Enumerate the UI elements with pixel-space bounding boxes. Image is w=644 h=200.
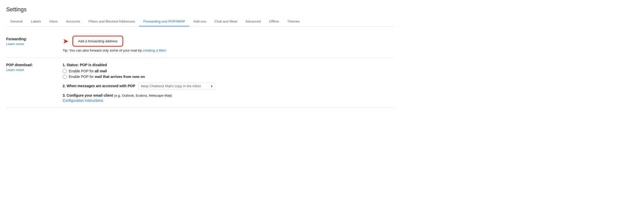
pop-learn-more[interactable]: Learn more: [6, 68, 56, 72]
pop-radio1-label: Enable POP for all mail: [69, 69, 107, 73]
arrow-indicator: ➤: [63, 37, 70, 45]
pop-radio-allmail[interactable]: [63, 69, 67, 73]
pop-radio2-row: Enable POP for mail that arrives from no…: [63, 75, 394, 79]
tab-forwarding[interactable]: Forwarding and POP/IMAP: [139, 17, 189, 27]
pop-radio1-row: Enable POP for all mail: [63, 69, 394, 73]
tab-themes[interactable]: Themes: [283, 17, 304, 27]
tab-chatmeet[interactable]: Chat and Meet: [210, 17, 241, 27]
config-instructions-link[interactable]: Configuration instructions: [63, 98, 103, 103]
creating-filter-link[interactable]: creating a filter!: [143, 48, 166, 52]
content-area: Forwarding: Learn more ➤ Add a forwardin…: [6, 27, 394, 108]
tabs-bar: General Labels Inbox Accounts Filters an…: [6, 17, 394, 27]
forwarding-section: Forwarding: Learn more ➤ Add a forwardin…: [6, 32, 394, 58]
pop-label-area: POP download: Learn more: [6, 63, 63, 103]
pop-radio2-label: Enable POP for mail that arrives from no…: [69, 75, 145, 79]
pop-dropdown-wrapper: keep Chatwoot Mail's copy in the Inbox: [138, 82, 215, 90]
tab-accounts[interactable]: Accounts: [62, 17, 84, 27]
pop-content: 1. Status: POP is disabled Enable POP fo…: [63, 63, 394, 103]
tab-advanced[interactable]: Advanced: [241, 17, 265, 27]
pop-radio-fromnow[interactable]: [63, 75, 67, 79]
tab-inbox[interactable]: Inbox: [45, 17, 62, 27]
tab-addons[interactable]: Add-ons: [189, 17, 210, 27]
tab-labels[interactable]: Labels: [27, 17, 45, 27]
tab-general[interactable]: General: [6, 17, 27, 27]
add-forwarding-button[interactable]: Add a forwarding address: [74, 37, 122, 45]
forwarding-tip: Tip: You can also forward only some of y…: [63, 48, 394, 52]
red-arrow-icon: ➤: [63, 37, 69, 45]
forwarding-content: ➤ Add a forwarding address Tip: You can …: [63, 37, 394, 52]
pop-section: POP download: Learn more 1. Status: POP …: [6, 58, 394, 108]
forwarding-row: ➤ Add a forwarding address: [63, 37, 394, 45]
forwarding-label-area: Forwarding: Learn more: [6, 37, 63, 52]
pop-dropdown[interactable]: keep Chatwoot Mail's copy in the Inbox: [138, 82, 215, 90]
pop-label: POP download:: [6, 63, 33, 67]
forwarding-label: Forwarding:: [6, 37, 27, 41]
pop-step1: 1. Status: POP is disabled Enable POP fo…: [63, 63, 394, 79]
tab-filters[interactable]: Filters and Blocked Addresses: [84, 17, 139, 27]
page-title: Settings: [6, 0, 394, 17]
tab-offline[interactable]: Offline: [265, 17, 283, 27]
pop-step3-text: 3. Configure your email client (e.g. Out…: [63, 93, 394, 97]
pop-step3: 3. Configure your email client (e.g. Out…: [63, 93, 394, 103]
forwarding-learn-more[interactable]: Learn more: [6, 42, 56, 46]
pop-status-text: 1. Status: POP is disabled: [63, 63, 394, 67]
pop-step2: 2. When messages are accessed with POP k…: [63, 82, 394, 90]
